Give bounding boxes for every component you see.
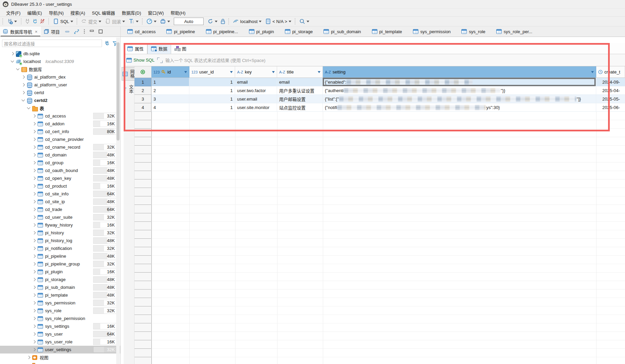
column-dropdown-icon[interactable] (230, 71, 233, 74)
expander-icon[interactable] (26, 363, 31, 364)
cell-title[interactable]: email (277, 78, 323, 86)
tree-item[interactable]: cd_access 32K (0, 112, 120, 120)
column-header-title[interactable]: A-Z title (277, 66, 323, 78)
expander-icon[interactable] (32, 129, 37, 134)
cell-title[interactable]: 用户多重认证设置 (277, 86, 323, 95)
dropdown-caret[interactable] (70, 21, 73, 24)
tree-item[interactable]: cd_group 16K (0, 159, 120, 167)
cell-id[interactable]: 3 (151, 95, 189, 103)
cell-title[interactable]: 用户邮箱设置 (277, 95, 323, 103)
dropdown-caret[interactable] (14, 21, 17, 24)
connection-selector[interactable]: localhost (232, 18, 263, 25)
tree-item[interactable]: pi_pipeline 48K (0, 252, 120, 260)
expander-icon[interactable] (32, 270, 37, 274)
expander-icon[interactable] (32, 215, 37, 220)
column-dropdown-icon[interactable] (272, 71, 275, 74)
expand-filter-icon[interactable] (157, 58, 163, 63)
cell-user-id[interactable]: 1 (189, 95, 235, 103)
rollback-button[interactable]: 回滚 (104, 18, 126, 25)
column-header-setting[interactable]: A-Z setting (323, 66, 596, 78)
transaction-mode-button[interactable] (127, 18, 140, 25)
cell-create-time[interactable]: 2025-04- (596, 86, 625, 95)
expander-icon[interactable] (21, 98, 26, 103)
cell-user-id[interactable]: 1 (189, 78, 235, 86)
cell-setting[interactable]: {"authenti "}} (323, 86, 596, 95)
tab-database-navigator[interactable]: 数据库导航 × (0, 26, 41, 37)
expander-icon[interactable] (32, 207, 37, 212)
dropdown-caret[interactable] (307, 21, 309, 24)
tree-item[interactable]: pi_plugin 16K (0, 268, 120, 276)
editor-tab[interactable]: sys_role (458, 26, 493, 37)
cell-key[interactable]: user.two.factor (235, 86, 277, 95)
expander-icon[interactable] (32, 114, 37, 119)
menu-item[interactable]: 数据库(D) (119, 9, 145, 17)
expander-icon[interactable] (32, 145, 37, 150)
expander-icon[interactable] (10, 59, 15, 64)
column-dropdown-icon[interactable] (184, 71, 187, 74)
minimize-panel-icon[interactable] (89, 26, 94, 37)
reconnect-icon[interactable] (32, 18, 38, 24)
column-header-key[interactable]: A-Z key (235, 66, 277, 78)
show-sql-button[interactable]: Show SQL (126, 58, 154, 63)
expander-icon[interactable] (21, 83, 26, 87)
view-menu-icon[interactable] (83, 26, 85, 37)
cell-user-id[interactable]: 1 (189, 103, 235, 112)
menu-item[interactable]: 编辑(E) (24, 9, 45, 17)
tree-item[interactable]: 视图 (0, 354, 120, 361)
tree-item[interactable]: cd_product 16K (0, 182, 120, 190)
tree-item[interactable]: pi_notification 32K (0, 244, 120, 252)
tree-item[interactable]: pi_history 32K (0, 229, 120, 237)
dropdown-caret[interactable] (259, 21, 262, 24)
expander-icon[interactable] (32, 176, 37, 181)
expander-icon[interactable] (32, 168, 37, 173)
expander-icon[interactable] (32, 246, 37, 251)
expander-icon[interactable] (32, 332, 37, 337)
column-header-id[interactable]: 123 id (151, 66, 189, 78)
row-number-cell[interactable]: 4 (134, 103, 151, 112)
expander-icon[interactable] (26, 355, 31, 360)
select-all-corner[interactable] (134, 66, 151, 78)
connect-icon[interactable] (24, 18, 30, 24)
cell-user-id[interactable]: 1 (189, 86, 235, 95)
editor-tab[interactable]: pi_template (369, 26, 410, 37)
tree-item[interactable]: pi_template 48K (0, 291, 120, 299)
tree-item[interactable]: cd_open_key 48K (0, 174, 120, 182)
expander-icon[interactable] (32, 254, 37, 259)
tree-item[interactable]: certd2 (0, 97, 120, 104)
tree-item[interactable]: cd_domain 48K (0, 151, 120, 159)
menu-item[interactable]: SQL 编辑器 (88, 9, 118, 17)
tree-item[interactable]: cd_site_ip 48K (0, 198, 120, 206)
menu-item[interactable]: 窗口(W) (145, 9, 167, 17)
tree-item[interactable]: pi_pipeline_group 32K (0, 260, 120, 268)
expander-icon[interactable] (10, 51, 15, 56)
cell-id[interactable]: 4 (151, 103, 189, 112)
tree-item[interactable]: sys_role 32K (0, 307, 120, 315)
tree-item[interactable]: pi_storage 48K (0, 276, 120, 283)
expander-icon[interactable] (21, 90, 26, 95)
expander-icon[interactable] (32, 324, 37, 329)
expander-icon[interactable] (32, 160, 37, 165)
database-selector[interactable]: < N/A > (264, 18, 292, 25)
expander-icon[interactable] (32, 262, 37, 266)
tree-item[interactable]: 表 (0, 104, 120, 112)
tree-item[interactable]: 数据库 (0, 65, 120, 73)
expander-icon[interactable] (32, 301, 37, 305)
tree-item[interactable]: cd_cname_record 32K (0, 143, 120, 151)
tree-item[interactable]: flyway_history 16K (0, 221, 120, 229)
collapse-all-icon[interactable] (65, 26, 70, 37)
tree-item[interactable]: pi_sub_domain 48K (0, 283, 120, 291)
tree-item[interactable]: certd (0, 89, 120, 97)
cell-key[interactable]: user.site.monitor (235, 103, 277, 112)
search-button[interactable] (298, 18, 310, 25)
maximize-panel-icon[interactable] (98, 26, 103, 37)
tree-item[interactable]: ai_platform_dex (0, 73, 120, 81)
expander-icon[interactable] (26, 106, 31, 111)
dashboard-button[interactable] (145, 18, 158, 25)
tree-item[interactable]: db.sqlite (0, 50, 120, 58)
tree-item[interactable]: cd_user_suite 32K (0, 213, 120, 221)
cell-setting[interactable]: {"notifi ys":30} (323, 103, 596, 112)
expander-icon[interactable] (32, 238, 37, 243)
sql-filter-input[interactable]: 输入一个 SQL 表达式来过滤结果 (使用 Ctrl+Space) (165, 57, 265, 63)
cell-setting[interactable]: {"list":[" "]} (323, 95, 596, 103)
row-number-cell[interactable]: 2 (134, 86, 151, 95)
